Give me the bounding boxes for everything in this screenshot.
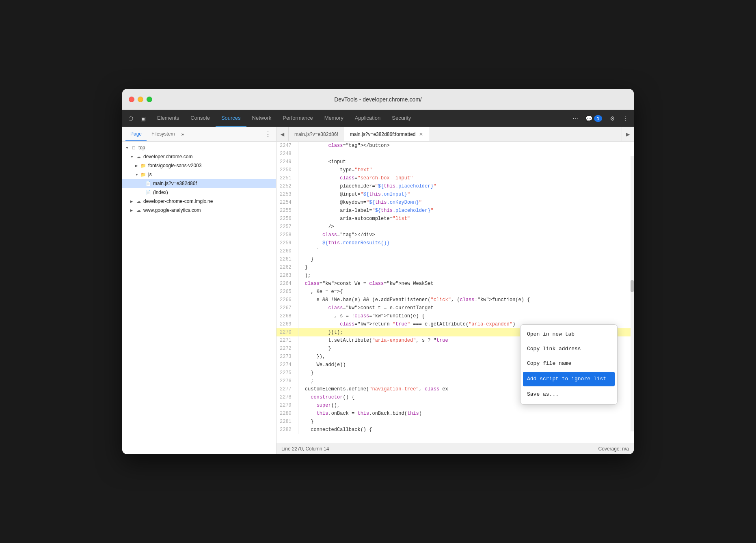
line-number: 2247 <box>276 142 298 150</box>
line-content: this.onBack = this.onBack.bind(this) <box>298 409 634 418</box>
sidebar-tab-page[interactable]: Page <box>125 127 147 141</box>
scrollbar-track[interactable] <box>631 156 634 431</box>
line-content: } <box>298 255 634 263</box>
tree-label-imgix: developer-chrome-com.imgix.ne <box>143 198 213 204</box>
tree-item-developer-chrome[interactable]: ▼ ☁ developer.chrome.com <box>122 152 276 161</box>
editor-toggle-icon[interactable]: ◀ <box>276 127 289 141</box>
line-content: ` <box>298 247 634 255</box>
status-bar: Line 2270, Column 14 Coverage: n/a <box>276 443 634 454</box>
table-row: 2249 <input <box>276 158 634 166</box>
line-number: 2249 <box>276 158 298 166</box>
tree-item-top[interactable]: ▼ □ top <box>122 143 276 152</box>
line-content: class="kw">const We = class="kw">new Wea… <box>298 280 634 288</box>
table-row: 2248 <box>276 150 634 158</box>
editor-tab-2-label: main.js?v=e382d86f:formatted <box>350 131 416 137</box>
code-editor[interactable]: 2247 class="tag"></button>22482249 <inpu… <box>276 142 634 443</box>
context-menu: Open in new tab Copy link address Copy f… <box>520 324 618 405</box>
tree-label-top: top <box>138 145 145 151</box>
context-menu-copy-filename[interactable]: Copy file name <box>521 356 617 371</box>
line-content: connectedCallback() { <box>298 426 634 434</box>
line-content: @keydown="${this.onKeyDown}" <box>298 198 634 207</box>
more-tabs-icon[interactable]: ⋯ <box>570 113 581 124</box>
line-number: 2258 <box>276 231 298 239</box>
folder-icon: 📁 <box>140 162 147 169</box>
line-number: 2278 <box>276 393 298 401</box>
line-number: 2277 <box>276 385 298 393</box>
scrollbar-thumb[interactable] <box>631 280 634 292</box>
sidebar-tab-filesystem[interactable]: Filesystem <box>147 127 179 141</box>
editor-tabbar: ◀ main.js?v=e382d86f main.js?v=e382d86f:… <box>276 127 634 142</box>
table-row: 2247 class="tag"></button> <box>276 142 634 150</box>
line-content: class="tag"></button> <box>298 142 634 150</box>
cursor-position: Line 2270, Column 14 <box>281 446 329 452</box>
tree-item-fonts[interactable]: ▶ 📁 fonts/google-sans-v2003 <box>122 161 276 170</box>
cursor-icon[interactable]: ⬡ <box>125 113 136 124</box>
tab-application[interactable]: Application <box>349 110 387 127</box>
sidebar-tab-more[interactable]: » <box>181 131 184 137</box>
line-content: class="search-box__input" <box>298 174 634 182</box>
line-number: 2254 <box>276 198 298 207</box>
tree-item-index[interactable]: 📄 (index) <box>122 188 276 197</box>
maximize-button[interactable] <box>147 97 152 102</box>
editor-tab-2[interactable]: main.js?v=e382d86f:formatted ✕ <box>344 127 430 141</box>
tree-item-js[interactable]: ▼ 📁 js <box>122 170 276 179</box>
file-icon: 📄 <box>145 189 151 196</box>
close-tab-icon[interactable]: ✕ <box>418 131 424 137</box>
table-row: 2255 aria-label="${this.placeholder}" <box>276 207 634 215</box>
line-number: 2248 <box>276 150 298 158</box>
coverage-status: Coverage: n/a <box>598 446 629 452</box>
line-content: ${this.renderResults()} <box>298 239 634 247</box>
tab-icons: ⬡ ▣ <box>125 113 148 124</box>
line-number: 2251 <box>276 174 298 182</box>
editor-tab-1[interactable]: main.js?v=e382d86f <box>289 127 344 141</box>
line-number: 2273 <box>276 353 298 361</box>
cloud-icon: ☁ <box>135 207 142 213</box>
main-area: Page Filesystem » ⋮ ▼ □ top ▼ <box>122 127 634 454</box>
table-row: 2256 aria-autocomplete="list" <box>276 215 634 223</box>
tab-elements[interactable]: Elements <box>151 110 185 127</box>
tab-security[interactable]: Security <box>386 110 417 127</box>
table-row: 2262} <box>276 263 634 272</box>
tree-label-main-js: main.js?v=e382d86f <box>153 181 197 186</box>
minimize-button[interactable] <box>138 97 143 102</box>
tree-arrow-icon: ▶ <box>130 209 135 212</box>
sidebar-tabbar: Page Filesystem » ⋮ <box>122 127 276 142</box>
line-number: 2268 <box>276 312 298 320</box>
settings-icon[interactable]: ⚙ <box>607 113 618 124</box>
mobile-icon[interactable]: ▣ <box>138 113 148 124</box>
line-content: class="tag"></div> <box>298 231 634 239</box>
tab-network[interactable]: Network <box>246 110 277 127</box>
line-content: } <box>298 418 634 426</box>
context-menu-save-as[interactable]: Save as... <box>521 387 617 402</box>
cloud-icon: ☁ <box>135 153 142 160</box>
editor-right-toggle[interactable]: ▶ <box>622 127 634 141</box>
line-number: 2255 <box>276 207 298 215</box>
chat-icon: 💬 <box>585 115 592 122</box>
tab-sources[interactable]: Sources <box>216 110 246 127</box>
message-badge-area: 💬 1 <box>583 115 605 122</box>
folder-icon: 📁 <box>140 171 147 178</box>
line-content: , s = !class="kw">function(e) { <box>298 312 634 320</box>
tree-label-index: (index) <box>153 190 168 195</box>
tree-label-fonts: fonts/google-sans-v2003 <box>148 163 201 168</box>
line-number: 2253 <box>276 190 298 198</box>
close-button[interactable] <box>129 97 134 102</box>
line-number: 2261 <box>276 255 298 263</box>
tab-performance[interactable]: Performance <box>277 110 318 127</box>
tree-item-analytics[interactable]: ▶ ☁ www.google-analytics.com <box>122 206 276 215</box>
more-options-icon[interactable]: ⋮ <box>620 113 631 124</box>
context-menu-add-ignore[interactable]: Add script to ignore list <box>523 372 615 386</box>
line-number: 2257 <box>276 223 298 231</box>
tree-item-imgix[interactable]: ▶ ☁ developer-chrome-com.imgix.ne <box>122 197 276 206</box>
sidebar-more-button[interactable]: ⋮ <box>263 129 273 140</box>
line-number: 2281 <box>276 418 298 426</box>
context-menu-open-new-tab[interactable]: Open in new tab <box>521 327 617 342</box>
tree-item-main-js[interactable]: 📄 main.js?v=e382d86f <box>122 179 276 188</box>
line-number: 2282 <box>276 426 298 434</box>
context-menu-copy-link[interactable]: Copy link address <box>521 342 617 356</box>
tab-console[interactable]: Console <box>185 110 216 127</box>
table-row: 2263); <box>276 272 634 280</box>
tab-memory[interactable]: Memory <box>319 110 349 127</box>
line-number: 2260 <box>276 247 298 255</box>
sidebar: Page Filesystem » ⋮ ▼ □ top ▼ <box>122 127 276 454</box>
